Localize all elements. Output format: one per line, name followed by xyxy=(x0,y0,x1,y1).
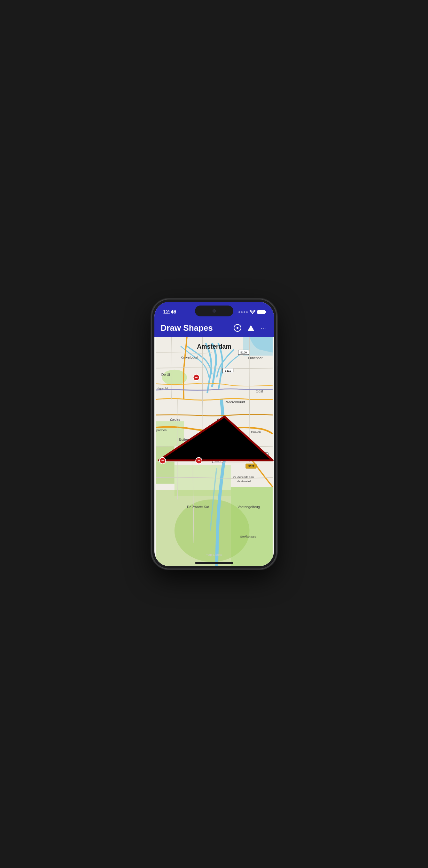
svg-text:Voetangelbrug: Voetangelbrug xyxy=(238,505,259,509)
svg-text:S110: S110 xyxy=(224,369,231,372)
svg-text:de Amstel: de Amstel xyxy=(237,479,251,483)
svg-text:mapic.icons: mapic.icons xyxy=(206,553,222,556)
svg-text:Oost: Oost xyxy=(256,389,263,393)
camera-icon xyxy=(213,309,216,313)
status-time: 12:46 xyxy=(163,306,177,315)
signal-dot-4 xyxy=(246,311,248,313)
svg-text:Stokkelaars: Stokkelaars xyxy=(240,535,256,538)
page-title: Draw Shapes xyxy=(161,323,234,333)
svg-text:−: − xyxy=(197,458,200,463)
svg-text:N522: N522 xyxy=(247,465,254,468)
svg-text:Duiven: Duiven xyxy=(251,430,261,434)
svg-text:ndgracht: ndgracht xyxy=(156,386,168,390)
locate-button[interactable] xyxy=(234,324,241,332)
phone-device: 12:46 Draw Shapes xyxy=(152,299,276,569)
wifi-icon xyxy=(250,310,255,314)
map-area[interactable]: Amsterdam Kinkerbuurt Funenpar De Ui Oos… xyxy=(154,337,274,566)
dynamic-island xyxy=(195,306,233,316)
svg-text:Amsterdam: Amsterdam xyxy=(197,343,232,350)
signal-dot-2 xyxy=(241,311,243,313)
svg-rect-3 xyxy=(156,421,184,446)
svg-text:S100: S100 xyxy=(240,351,247,354)
svg-text:Ouderkerk aan: Ouderkerk aan xyxy=(233,475,254,479)
battery-icon xyxy=(257,310,265,314)
more-button[interactable]: ··· xyxy=(261,325,267,332)
svg-text:Rivierenbuurt: Rivierenbuurt xyxy=(224,400,245,404)
svg-text:De Zwarte Kat: De Zwarte Kat xyxy=(187,505,209,509)
svg-text:Funenpar: Funenpar xyxy=(248,356,263,360)
svg-text:Zuidas: Zuidas xyxy=(170,417,180,421)
phone-screen: 12:46 Draw Shapes xyxy=(154,302,274,566)
home-indicator xyxy=(195,562,233,564)
nav-actions: ··· xyxy=(234,324,267,332)
status-icons xyxy=(239,307,265,314)
svg-text:De Ui: De Ui xyxy=(161,373,170,376)
svg-text:Kinkerbuurt: Kinkerbuurt xyxy=(181,355,198,359)
triangle-button[interactable] xyxy=(248,325,254,331)
svg-text:padbos: padbos xyxy=(156,428,166,432)
signal-dot-3 xyxy=(244,311,245,313)
signal-dot-1 xyxy=(239,311,240,313)
map-svg: Amsterdam Kinkerbuurt Funenpar De Ui Oos… xyxy=(154,337,274,566)
signal-icon xyxy=(239,311,248,313)
svg-text:−: − xyxy=(195,375,197,380)
nav-bar: Draw Shapes ··· xyxy=(154,319,274,337)
svg-text:−: − xyxy=(161,458,164,463)
